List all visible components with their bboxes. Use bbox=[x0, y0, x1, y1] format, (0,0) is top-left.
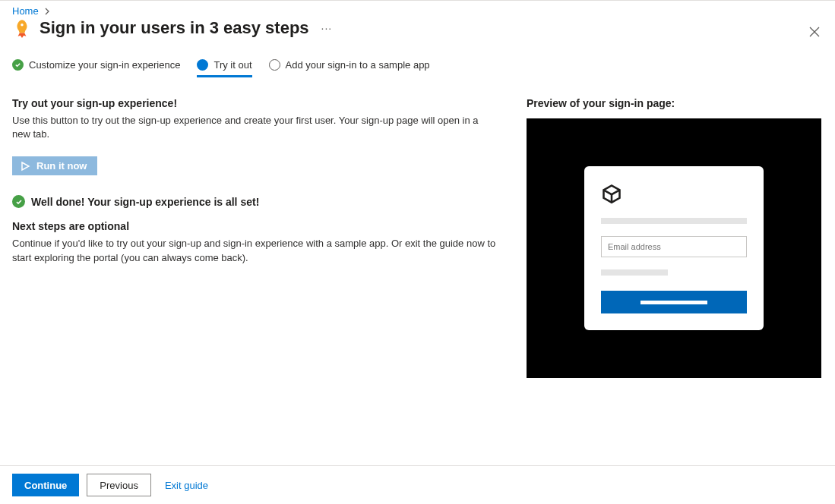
pending-step-icon bbox=[269, 59, 280, 71]
current-step-icon bbox=[197, 59, 208, 71]
try-description: Use this button to try out the sign-up e… bbox=[12, 114, 496, 141]
skeleton-line bbox=[601, 218, 747, 224]
close-icon bbox=[809, 27, 820, 37]
status-text: Well done! Your sign-up experience is al… bbox=[31, 196, 259, 208]
preview-label: Preview of your sign-in page: bbox=[527, 97, 823, 109]
signin-card bbox=[584, 166, 764, 330]
email-field[interactable] bbox=[601, 236, 747, 257]
signin-submit-button[interactable] bbox=[601, 291, 747, 313]
step-add-sample-app[interactable]: Add your sign-in to a sample app bbox=[269, 59, 430, 77]
check-circle-icon bbox=[12, 59, 24, 71]
breadcrumb: Home bbox=[12, 5, 823, 17]
next-steps-heading: Next steps are optional bbox=[12, 220, 496, 232]
breadcrumb-home[interactable]: Home bbox=[12, 5, 39, 17]
preview-frame bbox=[527, 118, 821, 378]
page-title: Sign in your users in 3 easy steps bbox=[40, 18, 309, 38]
preview-panel: Preview of your sign-in page: bbox=[527, 97, 823, 378]
run-button-label: Run it now bbox=[36, 160, 87, 172]
exit-guide-link[interactable]: Exit guide bbox=[165, 480, 208, 491]
play-icon bbox=[20, 161, 30, 172]
skeleton-line bbox=[601, 269, 668, 276]
footer: Continue Previous Exit guide bbox=[0, 465, 835, 504]
rocket-icon bbox=[12, 18, 32, 38]
run-it-now-button[interactable]: Run it now bbox=[12, 156, 97, 175]
step-label: Try it out bbox=[213, 59, 251, 71]
try-heading: Try out your sign-up experience! bbox=[12, 97, 496, 109]
chevron-right-icon bbox=[43, 8, 51, 15]
next-steps-description: Continue if you'd like to try out your s… bbox=[12, 237, 496, 264]
step-customize[interactable]: Customize your sign-in experience bbox=[12, 59, 180, 77]
continue-button[interactable]: Continue bbox=[12, 474, 79, 496]
package-icon bbox=[601, 183, 622, 204]
close-button[interactable] bbox=[809, 27, 820, 39]
step-nav: Customize your sign-in experience Try it… bbox=[12, 59, 823, 77]
previous-button[interactable]: Previous bbox=[87, 474, 151, 496]
button-label-placeholder bbox=[640, 301, 707, 304]
step-try-it-out[interactable]: Try it out bbox=[197, 59, 251, 77]
svg-point-0 bbox=[21, 24, 23, 26]
step-label: Add your sign-in to a sample app bbox=[286, 59, 430, 71]
step-label: Customize your sign-in experience bbox=[29, 59, 180, 71]
main-panel: Try out your sign-up experience! Use thi… bbox=[12, 97, 496, 378]
more-actions[interactable]: ··· bbox=[321, 22, 333, 34]
success-icon bbox=[12, 195, 25, 208]
status-row: Well done! Your sign-up experience is al… bbox=[12, 195, 496, 208]
